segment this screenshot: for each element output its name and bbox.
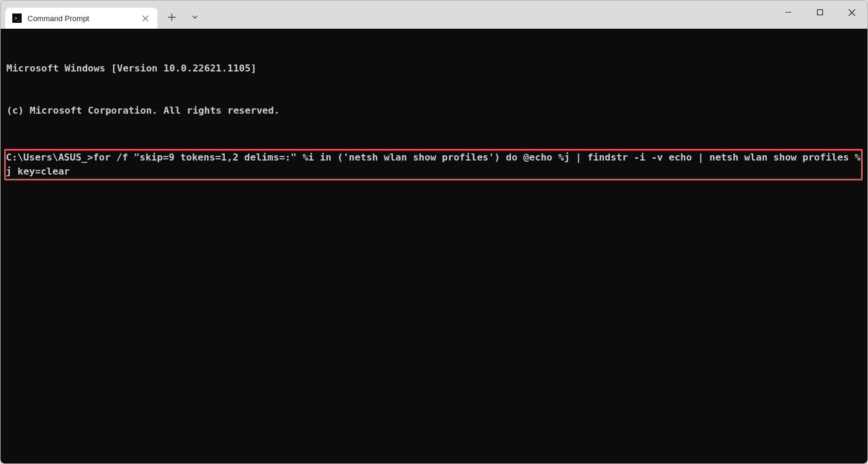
new-tab-button[interactable] bbox=[161, 7, 182, 27]
plus-icon bbox=[168, 13, 176, 21]
close-icon bbox=[848, 9, 856, 16]
maximize-button[interactable] bbox=[804, 1, 836, 24]
window-controls bbox=[773, 1, 867, 24]
command-text: for /f "skip=9 tokens=1,2 delims=:" %i i… bbox=[6, 152, 860, 177]
output-line-version: Microsoft Windows [Version 10.0.22621.11… bbox=[6, 62, 862, 76]
tab-strip: >_ Command Prompt bbox=[1, 1, 157, 29]
titlebar: >_ Command Prompt bbox=[1, 1, 867, 29]
maximize-icon bbox=[816, 9, 824, 16]
tab-command-prompt[interactable]: >_ Command Prompt bbox=[5, 8, 157, 29]
highlighted-command-box: C:\Users\ASUS_>for /f "skip=9 tokens=1,2… bbox=[4, 149, 863, 180]
titlebar-actions bbox=[161, 1, 205, 29]
output-line-copyright: (c) Microsoft Corporation. All rights re… bbox=[6, 104, 862, 118]
terminal-window: >_ Command Prompt bbox=[0, 0, 868, 464]
close-window-button[interactable] bbox=[836, 1, 867, 24]
minimize-icon bbox=[785, 9, 792, 16]
minimize-button[interactable] bbox=[773, 1, 804, 24]
svg-rect-0 bbox=[818, 10, 823, 15]
tab-close-button[interactable] bbox=[140, 13, 150, 23]
chevron-down-icon bbox=[191, 13, 198, 21]
close-icon bbox=[142, 15, 149, 22]
prompt-text: C:\Users\ASUS_> bbox=[6, 152, 93, 163]
tab-title: Command Prompt bbox=[28, 14, 134, 23]
terminal-output[interactable]: Microsoft Windows [Version 10.0.22621.11… bbox=[1, 29, 867, 463]
terminal-icon: >_ bbox=[12, 13, 22, 23]
tab-dropdown-button[interactable] bbox=[184, 7, 205, 27]
